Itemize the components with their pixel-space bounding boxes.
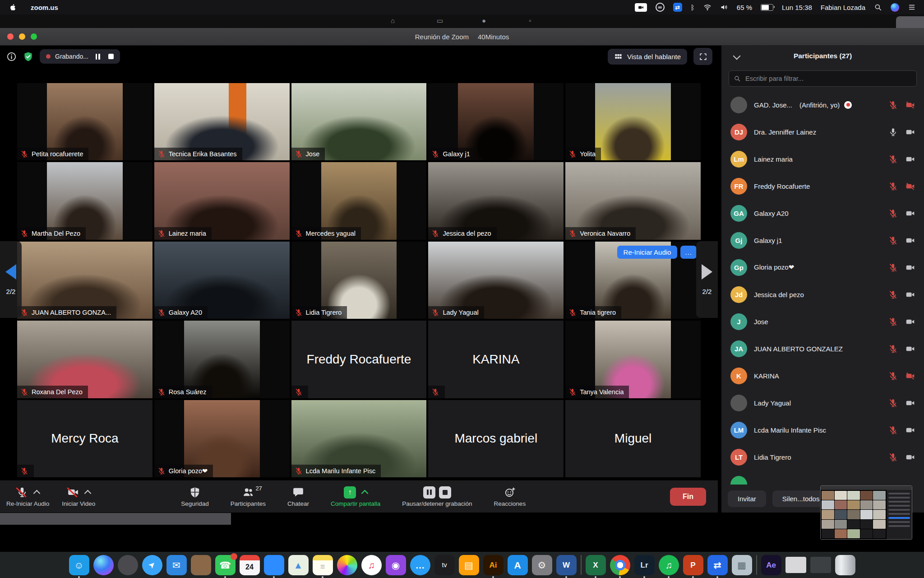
notification-center-icon[interactable] [908, 3, 916, 11]
video-tile[interactable]: Lcda Marilu Infante Pisc [291, 400, 427, 477]
video-tile[interactable]: Yolita [565, 83, 701, 160]
menu-clock[interactable]: Lun 15:38 [782, 4, 812, 11]
dock-icon[interactable] [337, 555, 357, 575]
zoom-window-button[interactable] [31, 33, 37, 40]
previous-page-arrow-icon[interactable] [5, 264, 16, 280]
video-tile[interactable]: Gloria pozo❤ [154, 400, 290, 477]
participant-row[interactable]: JA JUAN ALBERTO GONZALEZ [721, 335, 924, 362]
start-video-button[interactable]: Iniciar Video [62, 486, 95, 507]
pause-recording-button[interactable] [96, 54, 100, 60]
dock-icon[interactable] [191, 555, 211, 575]
video-tile[interactable]: Tanya Valencia [565, 321, 701, 398]
video-tile[interactable]: Lidia Tigrero [291, 242, 427, 319]
video-tile[interactable]: Marcos gabriel [428, 400, 564, 477]
participant-row[interactable]: FR Freddy Rocafuerte [721, 172, 924, 200]
share-screen-button[interactable]: ↑ Compartir pantalla [331, 486, 380, 507]
dock-icon[interactable]: ◉ [386, 555, 406, 575]
dock-icon[interactable]: ♫ [361, 555, 382, 575]
participant-row[interactable]: Lm Lainez maria [721, 145, 924, 172]
security-button[interactable]: Seguridad [181, 486, 209, 507]
battery-icon[interactable] [761, 4, 773, 11]
video-tile[interactable]: Tecnica Erika Basantes [154, 83, 290, 160]
apple-menu-icon[interactable] [8, 3, 17, 12]
zoom-menubar-icon[interactable] [635, 3, 647, 12]
dock-icon[interactable]: ▦ [732, 555, 752, 575]
dock-icon[interactable]: P [683, 555, 703, 575]
siri-icon[interactable] [891, 3, 899, 12]
dock-icon[interactable]: ⚙ [532, 555, 552, 575]
teamviewer-icon[interactable]: ⇄ [673, 3, 682, 12]
menu-app-name[interactable]: zoom.us [31, 4, 58, 11]
video-tile[interactable]: Martha Del Pezo [17, 162, 152, 239]
video-tile[interactable]: Galaxy A20 [154, 242, 290, 319]
participant-row[interactable]: J Jose [721, 308, 924, 335]
dock-icon[interactable]: ☺ [69, 555, 89, 575]
video-tile[interactable]: JUAN ALBERTO GONZA... [17, 242, 152, 319]
dock-icon[interactable]: tv [434, 555, 455, 575]
dock-icon[interactable]: ⇄ [707, 555, 728, 575]
video-tile[interactable]: Rosa Suárez [154, 321, 290, 398]
dock-icon[interactable]: ≡ [313, 555, 333, 575]
end-meeting-button[interactable]: Fin [670, 488, 706, 506]
video-tile[interactable]: Freddy Rocafuerte [291, 321, 427, 398]
adobe-cc-icon[interactable]: ∞ [656, 3, 665, 12]
wifi-icon[interactable] [703, 3, 711, 11]
dock-icon[interactable]: ✉ [166, 555, 187, 575]
dock-icon[interactable] [835, 555, 855, 575]
dock-icon[interactable]: … [410, 555, 430, 575]
video-tile[interactable]: Tania tigrero Re-Iniciar Audio ... [565, 242, 701, 319]
invite-button[interactable]: Invitar [728, 490, 766, 507]
volume-icon[interactable] [720, 3, 728, 11]
participant-row[interactable]: GA Galaxy A20 [721, 200, 924, 227]
participant-row[interactable]: Gp Gloria pozo❤ [721, 254, 924, 281]
encryption-shield-icon[interactable] [23, 51, 33, 62]
close-window-button[interactable] [7, 33, 14, 40]
video-tile[interactable]: Lady Yagual [428, 242, 564, 319]
video-tile[interactable]: Petita rocafuerete [17, 83, 152, 160]
pause-recording-icon[interactable] [423, 486, 435, 499]
participants-button[interactable]: 27 Participantes [231, 486, 266, 507]
stop-recording-button[interactable] [108, 54, 114, 59]
picture-in-picture-preview[interactable] [820, 485, 912, 540]
more-options-button[interactable]: ... [680, 246, 697, 259]
spotlight-search-icon[interactable] [874, 3, 882, 11]
unmute-audio-button[interactable]: Re-Iniciar Audio [6, 486, 49, 507]
dock-icon[interactable]: X [586, 555, 606, 575]
video-tile[interactable]: Roxana Del Pezo [17, 321, 152, 398]
dock-icon[interactable] [118, 555, 138, 575]
participant-row[interactable]: DJ Dra. Jenniffer Lainez [721, 118, 924, 145]
dock-icon[interactable] [264, 555, 284, 575]
video-tile[interactable]: Veronica Navarro [565, 162, 701, 239]
dock-icon[interactable]: A [508, 555, 528, 575]
dock-icon[interactable]: ♫ [659, 555, 679, 575]
dock-icon[interactable]: 24 [240, 555, 260, 575]
minimize-window-button[interactable] [19, 33, 25, 40]
video-tile[interactable]: KARINA [428, 321, 564, 398]
fullscreen-button[interactable] [693, 48, 712, 65]
next-page-tab[interactable]: 2/2 [696, 241, 718, 318]
participant-row[interactable]: LM Lcda Marilu Infante Pisc [721, 416, 924, 443]
bluetooth-icon[interactable]: ᛒ [691, 4, 695, 11]
participant-row[interactable]: Lady Yagual [721, 389, 924, 416]
audio-options-chevron-icon[interactable] [33, 489, 41, 497]
participant-row[interactable]: Gj Galaxy j1 [721, 227, 924, 254]
video-tile[interactable]: Jessica del pezo [428, 162, 564, 239]
meeting-info-icon[interactable] [6, 51, 17, 62]
video-tile[interactable]: Mercedes yagual [291, 162, 427, 239]
next-page-arrow-icon[interactable] [702, 264, 712, 280]
dock-icon[interactable]: ➤ [142, 555, 162, 575]
dock-icon[interactable] [581, 555, 582, 575]
chat-button[interactable]: Chatear [287, 486, 309, 507]
dock-icon[interactable] [810, 557, 831, 573]
previous-page-tab[interactable]: 2/2 [0, 241, 22, 318]
dock-icon[interactable]: Lr [634, 555, 655, 575]
participant-filter-field[interactable] [729, 70, 917, 87]
dock-icon[interactable]: Ai [483, 555, 504, 575]
participant-row[interactable]: LT Lidia Tigrero [721, 443, 924, 471]
menu-user-name[interactable]: Fabian Lozada [821, 4, 865, 11]
dock-icon[interactable] [93, 555, 114, 575]
dock-icon[interactable]: Ae [761, 555, 781, 575]
video-tile[interactable]: Mercy Roca [17, 400, 152, 477]
ask-unmute-button[interactable]: Re-Iniciar Audio [617, 246, 678, 259]
pause-stop-recording-button[interactable]: Pausar/detener grabación [402, 486, 472, 507]
